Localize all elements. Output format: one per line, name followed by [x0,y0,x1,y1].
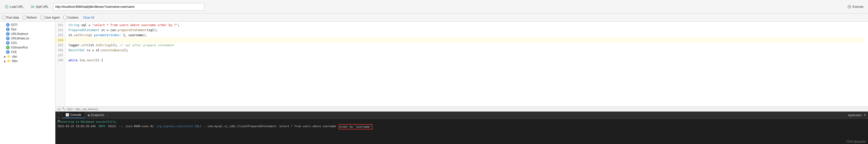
post-data-label[interactable]: Post data [2,16,19,20]
console-thread: --- [nio-8080-exec-8] [119,124,156,129]
console-message: : com.mysql.cj.jdbc.ClientPreparedStatem… [203,124,337,129]
endpoints-tab-icon: ◈ [88,113,90,117]
code-panel: 201 202 203 204 205 206 207 208 String s… [55,22,868,106]
console-connecting: Connecting to Database successfully. [57,120,117,124]
toolbar: Load URL Split URL Execute [0,0,868,13]
console-level: INFO [98,124,105,129]
load-url-label: Load URL [10,5,24,8]
editor-area: 201 202 203 204 205 206 207 208 String s… [55,22,868,144]
status-path: SQLI › jdbc_sqli_likesec() [67,108,98,111]
endpoints-tab-label: Endpoints [91,113,104,117]
tree-item-xxe[interactable]: C XXE [0,50,55,54]
clear-all-button[interactable]: Clear All [82,15,95,20]
console-threadid: 10312 [106,124,118,129]
code-line-203: st.setString( parameterIndex: 1, usernam… [68,33,865,38]
load-url-icon [4,5,8,9]
split-url-button[interactable]: Split URL [28,4,51,10]
urlwhitelist-icon: C [6,37,9,40]
console-sidebar-btn-3[interactable]: ↓ [56,115,61,118]
test-icon: C [6,28,9,31]
url-input[interactable] [53,3,204,10]
ln-203: 203 [55,33,65,38]
execute-button[interactable]: Execute [845,4,866,10]
xstreamrce-icon: C [6,46,9,49]
cookies-label[interactable]: Cookies [63,16,78,20]
console-tab-icon: ⬜ [65,113,69,117]
svg-rect-2 [33,6,34,7]
filter-folder-icon: 📁 [7,59,11,63]
console-line-1: Connecting to Database successfully. [57,120,866,124]
console-content: Connecting to Database successfully. 202… [55,119,868,144]
code-line-205: logger.info(st.toString()); // sql after… [68,43,865,48]
load-url-button[interactable]: Load URL [2,4,26,10]
svg-marker-4 [849,6,850,7]
app-icon: 🔧 [62,107,66,111]
tree-item-urlwhitelist[interactable]: C URLWhiteList [0,36,55,41]
bottom-panel: ≡ ↑ ↓ ⟳ ⬜ Console ◈ Endpoints [55,111,868,144]
dao-arrow: ▶ [4,55,6,58]
console-timestamp: 2023-03-23 19:03:39.645 [57,124,97,129]
user-agent-label[interactable]: User Agent [40,16,60,20]
ln-208: 208 [55,58,65,63]
ln-207: 207 [55,53,65,58]
ln-201: 201 [55,23,65,28]
referer-label[interactable]: Referer [23,16,37,20]
console-sidebar-btn-1[interactable]: ≡ [56,108,61,111]
ln-205: 205 [55,43,65,48]
code-content[interactable]: String sql = "select * from users where … [65,22,868,106]
panel-close-button[interactable]: ✕ [864,113,866,117]
tree-folder-filter[interactable]: ▶ 📁 filter [0,59,55,63]
ln-202: 202 [55,28,65,33]
console-line-2: 2023-03-23 19:03:39.645 INFO 10312 --- [… [57,124,866,130]
line-numbers: 201 202 203 204 205 206 207 208 [55,22,65,106]
cookies-checkbox[interactable] [63,16,66,19]
dao-folder-icon: 📁 [7,55,11,58]
tree-item-test[interactable]: C Test [0,27,55,32]
tree-panel: C SSTI C Test C URLRedirect C URLWhiteLi… [0,22,55,144]
user-agent-checkbox[interactable] [40,16,44,19]
filter-arrow: ▶ [4,60,6,63]
ln-206: 206 [55,48,65,53]
referer-checkbox[interactable] [23,16,26,19]
code-line-202: PreparedStatement st = con.prepareStatem… [68,28,865,33]
status-bar: un: 🔧 SQLI › jdbc_sqli_likesec() [55,106,868,111]
split-url-icon [30,5,34,9]
ln-204: 204 [55,38,65,43]
code-line-206: ResultSet rs = st.executeQuery(); [68,48,865,53]
execute-label: Execute [852,5,864,8]
ssti-icon: C [6,23,9,27]
execute-icon [847,5,851,9]
code-line-208: while (rs.next()) { [68,58,865,63]
tree-item-urlredirect[interactable]: C URLRedirect [0,32,55,36]
console-logger: org.joychou.controller.SQLI [157,124,202,129]
tab-console[interactable]: ⬜ Console [62,112,85,118]
tree-item-xstreamrce[interactable]: C XStreamRce [0,45,55,50]
console-tab-label: Console [70,113,81,117]
code-line-207 [68,53,865,58]
options-row: Post data Referer User Agent Cookies Cle… [0,13,868,22]
code-line-204 [68,38,865,43]
tree-item-ssti[interactable]: C SSTI [0,23,55,27]
post-data-checkbox[interactable] [2,16,5,19]
console-sidebar-btn-2[interactable]: ↑ [56,112,61,115]
bottom-tabs: ≡ ↑ ↓ ⟳ ⬜ Console ◈ Endpoints [55,112,868,119]
tab-endpoints[interactable]: ◈ Endpoints [85,112,107,118]
panel-title: Application [848,114,862,117]
xss-icon: C [6,41,9,45]
url-input-wrap [53,3,843,10]
urlredirect-icon: C [6,32,9,36]
code-line-201: String sql = "select * from users where … [68,23,865,28]
svg-rect-1 [31,6,32,7]
xxe-icon: C [6,50,9,54]
console-highlight: order by 'username' [339,124,372,130]
tree-folder-dao[interactable]: ▶ 📁 dao [0,54,55,59]
split-url-label: Split URL [36,5,49,8]
tree-item-xss[interactable]: C XSS [0,41,55,45]
main-area: C SSTI C Test C URLRedirect C URLWhiteLi… [0,22,868,144]
